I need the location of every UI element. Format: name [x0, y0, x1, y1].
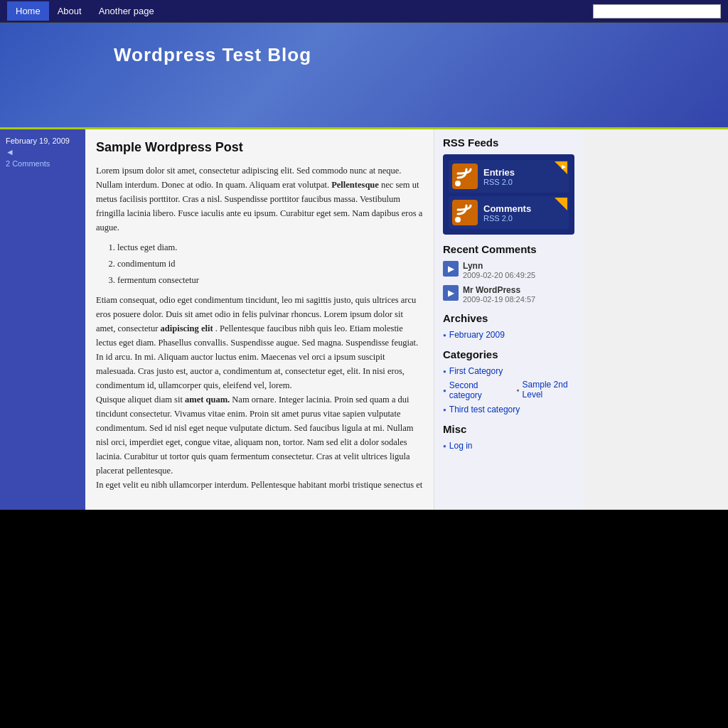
category-sample-2nd[interactable]: Sample 2nd Level: [523, 380, 574, 400]
date-sidebar: February 19, 2009 ◄ 2 Comments: [0, 129, 85, 510]
body-after-bold3: Nam ornare. Integer lacinia. Proin sed q…: [96, 395, 413, 476]
body-bold2: adipiscing elit: [161, 323, 213, 333]
rss-feeds-box: Entries RSS 2.0 ▶: [443, 154, 574, 235]
category-second: Second category Sample 2nd Level: [443, 378, 574, 402]
rss-corner-icon: ▶: [555, 161, 567, 174]
svg-marker-6: [555, 198, 567, 210]
categories-list: First Category Second category Sample 2n…: [443, 366, 574, 414]
post-list: lectus eget diam. condimentum id ferment…: [117, 240, 423, 287]
rss-entries-text: Entries RSS 2.0: [483, 167, 515, 186]
svg-point-1: [455, 181, 461, 186]
body-after-bold2: . Pellentesque faucibus nibh quis leo. E…: [96, 323, 418, 390]
list-item: condimentum id: [117, 257, 423, 271]
navbar: Home About Another page: [0, 0, 728, 23]
comment-item-mr-wordpress: ▶ Mr WordPress 2009-02-19 08:24:57: [443, 285, 574, 304]
category-first-link[interactable]: First Category: [449, 366, 503, 376]
svg-point-5: [455, 217, 461, 223]
post-comments-link[interactable]: 2 Comments: [6, 159, 50, 168]
category-second-link[interactable]: Second category: [449, 380, 500, 400]
post-date-block: February 19, 2009 ◄ 2 Comments: [6, 136, 80, 169]
recent-comments-list: ▶ Lynn 2009-02-20 06:49:25 ▶ Mr WordPres…: [443, 261, 574, 304]
search-input[interactable]: [593, 4, 721, 18]
body-bold1: Pellentesque: [331, 180, 379, 190]
rss-comments-icon: [452, 200, 478, 225]
nav-home[interactable]: Home: [7, 1, 49, 21]
site-header: Wordpress Test Blog: [0, 23, 728, 129]
rss-comments-label: Comments: [483, 203, 531, 214]
comment-date-lynn: 2009-02-20 06:49:25: [463, 271, 535, 279]
comment-date-mr-wordpress: 2009-02-19 08:24:57: [463, 295, 535, 304]
rss-corner2-icon: [555, 198, 567, 210]
post-title: Sample Wordpress Post: [96, 140, 423, 155]
rss-entries-item: Entries RSS 2.0 ▶: [449, 160, 569, 193]
misc-list: Log in: [443, 441, 574, 451]
body-bold3: amet quam.: [185, 395, 230, 405]
rss-comments-sub: RSS 2.0: [483, 214, 531, 223]
nav-about[interactable]: About: [49, 1, 90, 21]
archives-feb-2009[interactable]: February 2009: [449, 330, 505, 340]
archives-list-item: February 2009: [443, 330, 574, 340]
post-body: Lorem ipsum dolor sit amet, consectetur …: [96, 164, 423, 492]
archives-title: Archives: [443, 312, 574, 324]
category-first: First Category: [443, 366, 574, 376]
list-item: fermentum consectetur: [117, 273, 423, 287]
comment-item-lynn: ▶ Lynn 2009-02-20 06:49:25: [443, 261, 574, 279]
rss-comments-text: Comments RSS 2.0: [483, 203, 531, 223]
comment-info-mr-wordpress: Mr WordPress 2009-02-19 08:24:57: [463, 285, 535, 304]
right-sidebar: RSS Feeds Entries RSS 2.0: [434, 129, 583, 510]
list-item: lectus eget diam.: [117, 240, 423, 255]
body-para3-start: Quisque aliquet diam sit: [96, 395, 183, 405]
comment-name-mr-wordpress: Mr WordPress: [463, 285, 535, 295]
post-date: February 19, 2009: [6, 136, 80, 145]
rss-entries-label: Entries: [483, 167, 515, 178]
misc-log-in: Log in: [443, 441, 574, 451]
rss-feeds-title: RSS Feeds: [443, 136, 574, 149]
comment-icon-mr-wordpress: ▶: [443, 285, 459, 301]
nav-another[interactable]: Another page: [90, 1, 163, 21]
main-wrapper: February 19, 2009 ◄ 2 Comments Sample Wo…: [0, 129, 728, 510]
body-para4: In eget velit eu nibh ullamcorper interd…: [96, 478, 423, 492]
comment-info-lynn: Lynn 2009-02-20 06:49:25: [463, 261, 535, 279]
log-in-link[interactable]: Log in: [449, 441, 473, 451]
comment-name-lynn: Lynn: [463, 261, 535, 271]
category-second-sub: Sample 2nd Level: [502, 380, 574, 401]
category-second-sub-item: Sample 2nd Level: [516, 380, 574, 400]
rss-entries-sub: RSS 2.0: [483, 178, 515, 186]
comment-icon-lynn: ▶: [443, 261, 459, 277]
site-title: Wordpress Test Blog: [114, 44, 707, 66]
svg-text:▶: ▶: [562, 164, 567, 170]
nav-links: Home About Another page: [7, 1, 163, 21]
rss-comments-item: Comments RSS 2.0: [449, 196, 569, 229]
rss-entries-icon: [452, 164, 478, 189]
category-third-link[interactable]: Third test category: [449, 405, 520, 414]
misc-title: Misc: [443, 423, 574, 435]
date-arrow-icon: ◄: [6, 147, 14, 157]
recent-comments-title: Recent Comments: [443, 243, 574, 255]
category-third: Third test category: [443, 405, 574, 414]
main-content: Sample Wordpress Post Lorem ipsum dolor …: [85, 129, 434, 510]
categories-title: Categories: [443, 348, 574, 360]
archives-list: February 2009: [443, 330, 574, 340]
footer: [0, 510, 728, 728]
